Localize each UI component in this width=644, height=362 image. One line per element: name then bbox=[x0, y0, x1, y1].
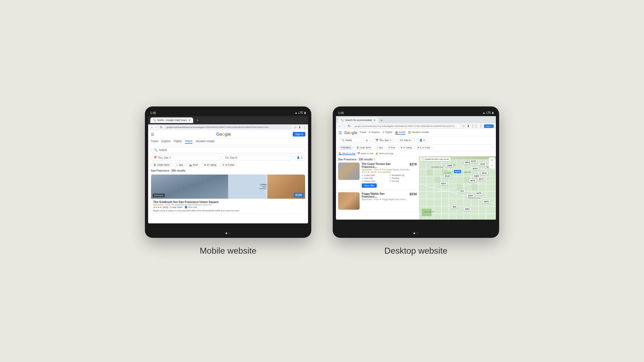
tab-what-youll-pay[interactable]: 💰 What you'll pay bbox=[375, 152, 393, 155]
filter-budget[interactable]: 💲 Under $150 bbox=[151, 163, 172, 167]
price-pin-11[interactable]: $71 bbox=[459, 189, 465, 193]
reload-icon[interactable]: ↻ bbox=[160, 125, 163, 129]
update-map-checkbox[interactable]: Update list when map moves bbox=[420, 157, 451, 161]
mobile-signin-button[interactable]: Sign in bbox=[293, 132, 305, 136]
desktop-nav-vacation[interactable]: 🏠 Vacation rentals bbox=[408, 131, 429, 135]
bookmark-icon[interactable]: ☆ bbox=[294, 125, 297, 129]
filter-rating[interactable]: ★ 4+ rating bbox=[398, 146, 414, 150]
desktop-search-input[interactable]: 🔍 hotels ✕ bbox=[339, 138, 371, 143]
desktop-bookmark-icon[interactable]: ☆ bbox=[462, 124, 465, 128]
nav-explore[interactable]: Explore bbox=[161, 140, 170, 144]
filter-spa[interactable]: ♨ Spa bbox=[374, 146, 385, 150]
desktop-map-panel[interactable]: RUSSIAN HILL MASON NOB HILL CIVIC CENTER… bbox=[419, 156, 496, 220]
desktop-checkin-picker[interactable]: 📅 Thu, Dec 7 › bbox=[372, 138, 396, 143]
price-pin-18[interactable]: $119 bbox=[444, 174, 451, 178]
nav-travel[interactable]: Travel bbox=[151, 140, 158, 144]
filter-pool[interactable]: 🏊 Pool bbox=[187, 163, 200, 167]
price-pin-12[interactable]: $229 bbox=[467, 194, 474, 197]
nav-flights[interactable]: Flights bbox=[174, 140, 181, 144]
desktop-signin-button[interactable]: Sign in bbox=[484, 124, 494, 128]
hamburger-icon[interactable]: ☰ bbox=[151, 132, 154, 136]
filter-rating[interactable]: ★ 4+ rating bbox=[202, 163, 219, 167]
desktop-hotel-card-1[interactable]: The Coast Terrace San Francisco,... $279… bbox=[338, 162, 417, 190]
tab-close-icon[interactable]: ✕ bbox=[188, 119, 191, 122]
filter-budget[interactable]: 💲 Under $150 bbox=[354, 146, 373, 150]
hotel-sponsored: Sponsored · From The Goldrush Inn San Fr… bbox=[153, 204, 303, 206]
download-icon[interactable]: ⬇ bbox=[298, 125, 301, 129]
mobile-search-box[interactable]: 🔍 hotels bbox=[151, 147, 305, 153]
price-pin-highlighted[interactable]: $279 bbox=[454, 170, 461, 173]
price-pin-9[interactable]: $129 bbox=[479, 162, 486, 166]
desktop-hotel-card-2[interactable]: Foggy Nights San Francisco,... $234 Spon… bbox=[338, 192, 417, 212]
desktop-reload-icon[interactable]: ↻ bbox=[348, 124, 350, 128]
forward-icon[interactable]: → bbox=[155, 125, 158, 129]
guest-picker[interactable]: 👤 2 bbox=[294, 155, 305, 161]
desktop-search-row: 🔍 hotels ✕ 📅 Thu, Dec 7 › Fri, Dec 8 › 👤… bbox=[336, 136, 496, 145]
tab-when-to-visit[interactable]: 📅 When to visit bbox=[357, 152, 373, 155]
svg-rect-27 bbox=[471, 184, 477, 190]
desktop-active-tab[interactable]: 🔍 Search for accommodation... ✕ bbox=[338, 117, 378, 123]
desktop-checkout-picker[interactable]: Fri, Dec 8 › bbox=[397, 138, 415, 143]
hotel1-cta-button[interactable]: View offer bbox=[362, 183, 377, 188]
desktop-nav-travel[interactable]: Travel bbox=[359, 131, 366, 135]
desktop-nav-flights[interactable]: ✕ Flights bbox=[382, 131, 392, 135]
desktop-new-tab-button[interactable]: + bbox=[379, 117, 384, 123]
filter-more[interactable]: › bbox=[492, 146, 493, 149]
desktop-grid-icon[interactable]: ⋮⋮ bbox=[471, 124, 478, 128]
url-display[interactable]: google.com/travel/hotels?q=hotels&g2lb=2… bbox=[164, 125, 292, 129]
zoom-in-button[interactable]: + bbox=[489, 158, 494, 163]
price-pin-15[interactable]: $55 bbox=[451, 205, 458, 209]
clear-icon[interactable]: ✕ bbox=[366, 139, 368, 142]
new-tab-button[interactable]: + bbox=[195, 117, 200, 123]
mobile-active-tab[interactable]: 🔍 hotels - Google Hotel Search ✕ bbox=[150, 117, 193, 123]
hotel2-image bbox=[338, 192, 360, 210]
price-pin-13[interactable]: $279 bbox=[475, 191, 483, 195]
desktop-hamburger-icon[interactable]: ☰ bbox=[339, 131, 342, 135]
filter-stars[interactable]: 4- or 5-star bbox=[220, 163, 237, 167]
tab-close-icon[interactable]: ✕ bbox=[373, 119, 376, 122]
desktop-nav-explore[interactable]: ✕ Explore bbox=[369, 131, 380, 135]
checkbox-icon bbox=[422, 158, 424, 160]
price-pin-1[interactable]: $288 bbox=[446, 164, 453, 167]
price-pin-14[interactable]: $291 bbox=[483, 200, 490, 203]
back-icon[interactable]: ← bbox=[150, 125, 153, 129]
location-label: Francisco bbox=[153, 194, 165, 197]
desktop-nav-hotels[interactable]: 🏨 Hotels bbox=[395, 131, 405, 135]
zoom-out-button[interactable]: − bbox=[489, 163, 494, 168]
mobile-address-bar[interactable]: ← → ↻ google.com/travel/hotels?q=hotels&… bbox=[148, 124, 308, 130]
price-pin-7[interactable]: $244 bbox=[481, 171, 488, 175]
mobile-hotel-card[interactable]: CHINATOWN NOB HILL UNION SQUARE $159 Fra… bbox=[151, 174, 305, 214]
checkout-picker[interactable]: Fri, Dec 8 bbox=[222, 155, 292, 161]
nav-hotels[interactable]: Hotels bbox=[185, 140, 192, 144]
map-zoom-controls: + − bbox=[489, 157, 495, 169]
mobile-date-row: 📅 Thu, Dec 7 Fri, Dec 8 👤 2 bbox=[151, 155, 305, 161]
desktop-time: 1:00 bbox=[338, 111, 344, 114]
price-pin-6[interactable]: $272 bbox=[477, 177, 485, 181]
tab-favicon: 🔍 bbox=[153, 119, 156, 121]
nav-vacation[interactable]: Vacation rentals bbox=[196, 140, 215, 144]
tab-favicon: 🔍 bbox=[341, 119, 344, 121]
desktop-url-display[interactable]: google.com/travel/search?q=hotels&g2lb=2… bbox=[352, 124, 461, 128]
price-pin-3[interactable]: $163 bbox=[471, 167, 479, 170]
price-pin-5[interactable]: $379 bbox=[469, 179, 477, 182]
filter-stars[interactable]: ★ 4- or 5-star bbox=[415, 146, 432, 150]
desktop-forward-icon[interactable]: → bbox=[343, 124, 346, 128]
checkin-picker[interactable]: 📅 Thu, Dec 7 bbox=[151, 155, 221, 161]
filter-pool[interactable]: ✕ Pool bbox=[386, 146, 397, 150]
svg-rect-23 bbox=[434, 176, 440, 183]
view-map-link[interactable]: View map bbox=[188, 206, 197, 208]
mobile-status-icons: ▲ LTE ▮ bbox=[295, 111, 306, 114]
desktop-menu-icon[interactable]: ⋮ bbox=[479, 124, 482, 128]
desktop-guest-picker[interactable]: 👤 2 › bbox=[416, 138, 429, 143]
desktop-download-icon[interactable]: ⬇ bbox=[467, 124, 470, 128]
filter-all[interactable]: ≡ All filters bbox=[339, 146, 353, 150]
desktop-back-icon[interactable]: ← bbox=[338, 124, 341, 128]
price-pin-17[interactable]: $210 bbox=[440, 182, 447, 185]
search-value: hotels bbox=[345, 139, 352, 142]
dot-1 bbox=[226, 232, 227, 234]
menu-icon[interactable]: ⋮ bbox=[303, 125, 306, 129]
tab-where-to-stay[interactable]: 🏠 Where to stay bbox=[339, 152, 355, 155]
filter-spa[interactable]: ♨ Spa bbox=[173, 163, 185, 167]
price-pin-10[interactable]: $115 bbox=[470, 159, 477, 163]
price-pin-16[interactable]: $567 bbox=[464, 207, 471, 211]
